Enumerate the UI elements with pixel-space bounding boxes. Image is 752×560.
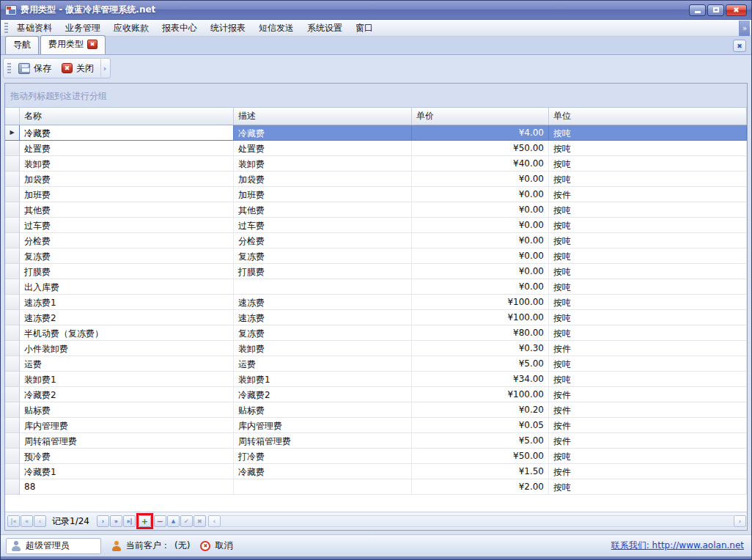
cell-desc[interactable]: 冷藏费2 bbox=[234, 387, 412, 402]
cell-desc[interactable]: 加袋费 bbox=[234, 172, 412, 187]
cell-name[interactable]: 预冷费 bbox=[20, 449, 234, 464]
cell-unit[interactable]: 按吨 bbox=[549, 233, 747, 248]
table-row[interactable]: 88¥2.00按吨 bbox=[5, 479, 747, 495]
cell-name[interactable]: 速冻费1 bbox=[20, 295, 234, 310]
row-indicator-cell[interactable] bbox=[5, 310, 20, 325]
table-row[interactable]: 过车费过车费¥0.00按吨 bbox=[5, 218, 747, 233]
cell-price[interactable]: ¥5.00 bbox=[412, 356, 549, 372]
tab-2[interactable]: 费用类型✖ bbox=[40, 35, 106, 54]
cell-unit[interactable]: 按吨 bbox=[549, 356, 747, 372]
cell-price[interactable]: ¥0.00 bbox=[412, 279, 549, 295]
cell-name[interactable]: 装卸费1 bbox=[20, 372, 234, 387]
cell-desc[interactable]: 速冻费 bbox=[234, 295, 412, 310]
cell-desc[interactable]: 过车费 bbox=[234, 218, 412, 233]
menu-item-2[interactable]: 业务管理 bbox=[59, 20, 107, 37]
table-row[interactable]: 冷藏费2冷藏费2¥100.00按件 bbox=[5, 387, 747, 402]
cell-unit[interactable]: 按件 bbox=[549, 187, 747, 202]
cell-name[interactable]: 贴标费 bbox=[20, 402, 234, 418]
table-row[interactable]: 加袋费加袋费¥0.00按吨 bbox=[5, 172, 747, 187]
cell-name[interactable]: 处置费 bbox=[20, 141, 234, 156]
table-row[interactable]: 半机动费（复冻费）复冻费¥80.00按吨 bbox=[5, 325, 747, 341]
row-indicator-cell[interactable] bbox=[5, 264, 20, 279]
cell-price[interactable]: ¥100.00 bbox=[412, 387, 549, 402]
menu-item-8[interactable]: 窗口 bbox=[349, 20, 380, 37]
column-header-unit[interactable]: 单位 bbox=[549, 108, 747, 125]
cell-desc[interactable]: 分检费 bbox=[234, 233, 412, 248]
table-row[interactable]: 周转箱管理费周转箱管理费¥5.00按件 bbox=[5, 433, 747, 449]
column-header-desc[interactable]: 描述 bbox=[234, 108, 412, 125]
cell-name[interactable]: 速冻费2 bbox=[20, 310, 234, 325]
scroll-left-button[interactable]: ‹ bbox=[208, 515, 221, 527]
table-row[interactable]: 其他费其他费¥0.00按吨 bbox=[5, 202, 747, 218]
cell-price[interactable]: ¥0.30 bbox=[412, 341, 549, 356]
row-indicator-cell[interactable] bbox=[5, 418, 20, 433]
cell-desc[interactable]: 装卸费 bbox=[234, 341, 412, 356]
cell-unit[interactable]: 按吨 bbox=[549, 202, 747, 218]
table-row[interactable]: 加班费加班费¥0.00按件 bbox=[5, 187, 747, 202]
cell-name[interactable]: 库内管理费 bbox=[20, 418, 234, 433]
table-row[interactable]: 预冷费打冷费¥50.00按吨 bbox=[5, 449, 747, 464]
cell-desc[interactable]: 处置费 bbox=[234, 141, 412, 156]
cell-unit[interactable]: 按吨 bbox=[549, 449, 747, 464]
cell-name[interactable]: 分检费 bbox=[20, 233, 234, 248]
cell-name[interactable]: 小件装卸费 bbox=[20, 341, 234, 356]
cell-price[interactable]: ¥0.00 bbox=[412, 248, 549, 264]
cell-name[interactable]: 加班费 bbox=[20, 187, 234, 202]
row-indicator-cell[interactable] bbox=[5, 402, 20, 418]
cell-desc[interactable]: 冷藏费 bbox=[234, 125, 412, 141]
cell-unit[interactable]: 按件 bbox=[549, 433, 747, 449]
menu-overflow-button[interactable]: » bbox=[739, 21, 750, 36]
table-row[interactable]: 分检费分检费¥0.00按吨 bbox=[5, 233, 747, 248]
cell-price[interactable]: ¥50.00 bbox=[412, 449, 549, 464]
cell-desc[interactable]: 复冻费 bbox=[234, 325, 412, 341]
minimize-button[interactable] bbox=[689, 4, 706, 16]
tab-close-icon[interactable]: ✖ bbox=[87, 40, 97, 49]
cell-unit[interactable]: 按吨 bbox=[549, 141, 747, 156]
cell-name[interactable]: 其他费 bbox=[20, 202, 234, 218]
save-button[interactable]: 保存 bbox=[13, 60, 56, 77]
cell-desc[interactable]: 库内管理费 bbox=[234, 418, 412, 433]
row-indicator-cell[interactable] bbox=[5, 172, 20, 187]
cell-unit[interactable]: 按吨 bbox=[549, 325, 747, 341]
cell-unit[interactable]: 按吨 bbox=[549, 372, 747, 387]
cell-name[interactable]: 半机动费（复冻费） bbox=[20, 325, 234, 341]
cell-unit[interactable]: 按件 bbox=[549, 418, 747, 433]
nav-last-button[interactable]: »| bbox=[123, 515, 136, 527]
row-indicator-cell[interactable] bbox=[5, 233, 20, 248]
row-indicator-cell[interactable]: ▶ bbox=[5, 125, 20, 141]
cell-price[interactable]: ¥40.00 bbox=[412, 156, 549, 172]
cell-name[interactable]: 运费 bbox=[20, 356, 234, 372]
row-indicator-cell[interactable] bbox=[5, 449, 20, 464]
menu-item-3[interactable]: 应收账款 bbox=[107, 20, 155, 37]
table-row[interactable]: 出入库费¥0.00按吨 bbox=[5, 279, 747, 295]
cell-name[interactable]: 出入库费 bbox=[20, 279, 234, 295]
table-row[interactable]: 小件装卸费装卸费¥0.30按件 bbox=[5, 341, 747, 356]
cell-unit[interactable]: 按件 bbox=[549, 464, 747, 479]
row-indicator-cell[interactable] bbox=[5, 356, 20, 372]
row-indicator-cell[interactable] bbox=[5, 464, 20, 479]
menu-item-6[interactable]: 短信发送 bbox=[252, 20, 301, 37]
cell-unit[interactable]: 按件 bbox=[549, 402, 747, 418]
column-header-price[interactable]: 单价 bbox=[412, 108, 549, 125]
close-window-button[interactable]: ✖ bbox=[726, 4, 747, 16]
cell-name[interactable]: 打膜费 bbox=[20, 264, 234, 279]
cell-unit[interactable]: 按件 bbox=[549, 387, 747, 402]
cell-name[interactable]: 周转箱管理费 bbox=[20, 433, 234, 449]
nav-append-button[interactable]: + bbox=[139, 515, 151, 527]
nav-post-button[interactable]: ✔ bbox=[180, 515, 193, 527]
cell-desc[interactable]: 周转箱管理费 bbox=[234, 433, 412, 449]
cell-unit[interactable]: 按吨 bbox=[549, 172, 747, 187]
row-indicator-cell[interactable] bbox=[5, 479, 20, 495]
row-indicator-cell[interactable] bbox=[5, 279, 20, 295]
table-row[interactable]: ▶冷藏费冷藏费¥4.00按吨 bbox=[5, 125, 747, 141]
cell-name[interactable]: 冷藏费2 bbox=[20, 387, 234, 402]
cell-name[interactable]: 过车费 bbox=[20, 218, 234, 233]
cell-name[interactable]: 冷藏费 bbox=[20, 125, 234, 141]
cell-name[interactable]: 加袋费 bbox=[20, 172, 234, 187]
cell-desc[interactable] bbox=[234, 479, 412, 495]
cell-price[interactable]: ¥2.00 bbox=[412, 479, 549, 495]
table-row[interactable]: 贴标费贴标费¥0.20按件 bbox=[5, 402, 747, 418]
nav-first-button[interactable]: |« bbox=[7, 515, 20, 527]
cell-desc[interactable]: 速冻费 bbox=[234, 310, 412, 325]
cell-unit[interactable]: 按吨 bbox=[549, 218, 747, 233]
